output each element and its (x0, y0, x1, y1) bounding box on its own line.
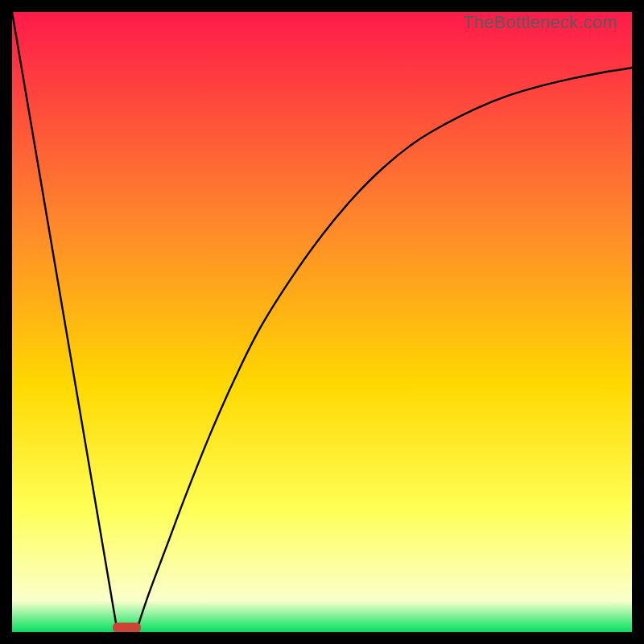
bottleneck-chart (12, 12, 632, 632)
gradient-background (12, 12, 632, 632)
watermark-text: TheBottleneck.com (463, 12, 617, 33)
chart-frame: TheBottleneck.com (12, 12, 632, 632)
optimum-marker (113, 622, 141, 632)
